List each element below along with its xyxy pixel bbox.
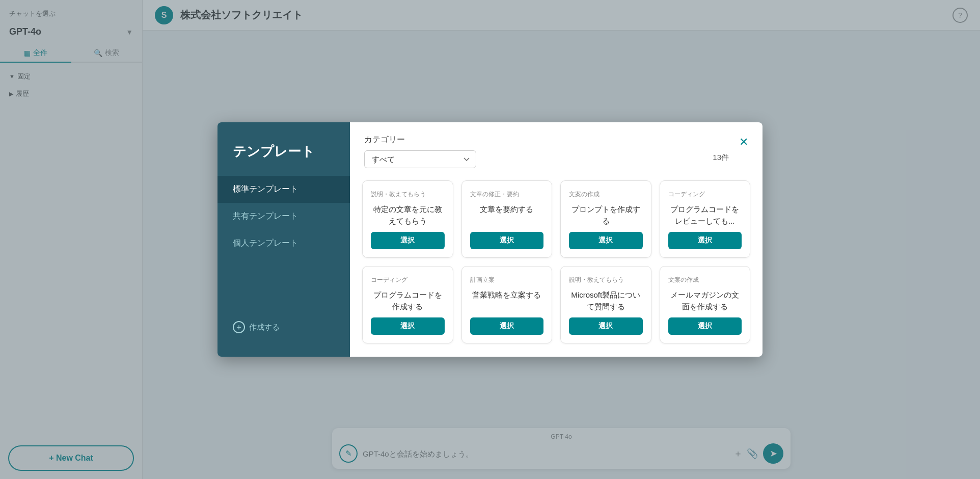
card-category: 説明・教えてもらう	[371, 190, 445, 199]
card-select-button[interactable]: 選択	[668, 317, 742, 335]
card-title: 営業戦略を立案する	[470, 289, 544, 312]
close-button[interactable]: ✕	[739, 135, 748, 149]
modal-right-panel: カテゴリー すべて 13件 ✕ 説明・教えてもらう 特定の文章を元に教えてもらう…	[350, 122, 763, 357]
plus-circle-icon: ＋	[233, 321, 245, 333]
modal-title: テンプレート	[217, 143, 350, 176]
card-category: 説明・教えてもらう	[569, 276, 643, 284]
card-category: 文案の作成	[569, 190, 643, 199]
modal-left-panel: テンプレート 標準テンプレート 共有テンプレート 個人テンプレート ＋ 作成する	[217, 122, 350, 357]
nav-shared-templates[interactable]: 共有テンプレート	[217, 203, 350, 230]
create-template-button[interactable]: ＋ 作成する	[217, 313, 350, 341]
category-section: カテゴリー すべて	[364, 135, 702, 168]
card-select-button[interactable]: 選択	[470, 232, 544, 249]
card-title: 特定の文章を元に教えてもらう	[371, 204, 445, 227]
card-category: 計画立案	[470, 276, 544, 284]
card-title: メールマガジンの文面を作成する	[668, 289, 742, 312]
template-card: 説明・教えてもらう 特定の文章を元に教えてもらう 選択	[362, 180, 453, 258]
card-category: コーディング	[371, 276, 445, 284]
count-badge: 13件	[713, 135, 729, 163]
card-title: プログラムコードをレビューしても...	[668, 204, 742, 227]
card-title: Microsoft製品について質問する	[569, 289, 643, 312]
card-select-button[interactable]: 選択	[470, 317, 544, 335]
card-select-button[interactable]: 選択	[371, 317, 445, 335]
template-card: コーディング プログラムコードをレビューしても... 選択	[660, 180, 751, 258]
card-select-button[interactable]: 選択	[569, 232, 643, 249]
cards-grid: 説明・教えてもらう 特定の文章を元に教えてもらう 選択 文章の修正・要約 文章を…	[350, 176, 763, 357]
card-category: 文章の修正・要約	[470, 190, 544, 199]
modal-header: カテゴリー すべて 13件 ✕	[350, 122, 763, 176]
template-card: 説明・教えてもらう Microsoft製品について質問する 選択	[560, 266, 651, 343]
template-card: 計画立案 営業戦略を立案する 選択	[461, 266, 553, 343]
nav-personal-templates[interactable]: 個人テンプレート	[217, 230, 350, 257]
card-category: 文案の作成	[668, 276, 742, 284]
nav-standard-templates[interactable]: 標準テンプレート	[217, 176, 350, 203]
card-title: プロンプトを作成する	[569, 204, 643, 227]
template-modal: テンプレート 標準テンプレート 共有テンプレート 個人テンプレート ＋ 作成する…	[217, 122, 763, 357]
category-label: カテゴリー	[364, 135, 702, 145]
template-card: 文案の作成 メールマガジンの文面を作成する 選択	[660, 266, 751, 343]
modal-overlay: テンプレート 標準テンプレート 共有テンプレート 個人テンプレート ＋ 作成する…	[0, 0, 980, 479]
card-category: コーディング	[668, 190, 742, 199]
template-card: 文章の修正・要約 文章を要約する 選択	[461, 180, 553, 258]
card-title: プログラムコードを作成する	[371, 289, 445, 312]
template-card: 文案の作成 プロンプトを作成する 選択	[560, 180, 651, 258]
card-title: 文章を要約する	[470, 204, 544, 227]
card-select-button[interactable]: 選択	[371, 232, 445, 249]
template-card: コーディング プログラムコードを作成する 選択	[362, 266, 453, 343]
card-select-button[interactable]: 選択	[569, 317, 643, 335]
category-select[interactable]: すべて	[364, 150, 476, 168]
card-select-button[interactable]: 選択	[668, 232, 742, 249]
